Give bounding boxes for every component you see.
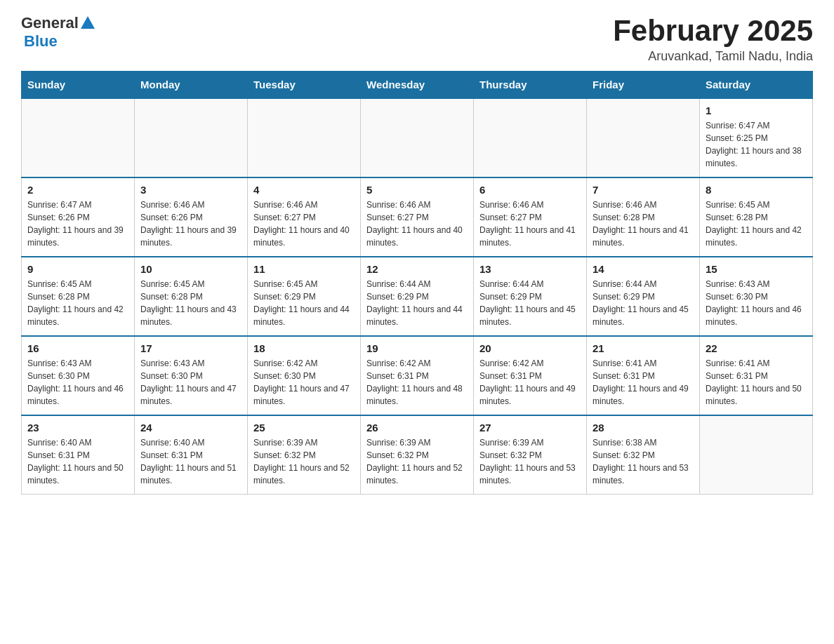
calendar-cell: 23Sunrise: 6:40 AM Sunset: 6:31 PM Dayli… [22, 415, 135, 495]
calendar-cell: 19Sunrise: 6:42 AM Sunset: 6:31 PM Dayli… [361, 336, 474, 415]
day-info: Sunrise: 6:43 AM Sunset: 6:30 PM Dayligh… [140, 357, 241, 408]
day-number: 26 [366, 422, 468, 434]
day-number: 5 [366, 184, 468, 196]
day-number: 7 [593, 184, 694, 196]
calendar-cell: 3Sunrise: 6:46 AM Sunset: 6:26 PM Daylig… [135, 177, 248, 257]
calendar-week-row: 9Sunrise: 6:45 AM Sunset: 6:28 PM Daylig… [22, 257, 813, 336]
day-number: 12 [366, 263, 468, 275]
day-info: Sunrise: 6:44 AM Sunset: 6:29 PM Dayligh… [366, 278, 468, 328]
logo-blue-text: Blue [24, 32, 58, 50]
day-info: Sunrise: 6:44 AM Sunset: 6:29 PM Dayligh… [479, 278, 581, 328]
day-info: Sunrise: 6:39 AM Sunset: 6:32 PM Dayligh… [479, 436, 581, 487]
calendar-cell [135, 98, 248, 177]
calendar-cell: 22Sunrise: 6:41 AM Sunset: 6:31 PM Dayli… [700, 336, 813, 415]
day-number: 13 [479, 263, 581, 275]
day-info: Sunrise: 6:39 AM Sunset: 6:32 PM Dayligh… [366, 436, 468, 487]
calendar-cell: 21Sunrise: 6:41 AM Sunset: 6:31 PM Dayli… [587, 336, 700, 415]
calendar-cell: 4Sunrise: 6:46 AM Sunset: 6:27 PM Daylig… [248, 177, 361, 257]
day-number: 27 [479, 422, 581, 434]
calendar-cell: 24Sunrise: 6:40 AM Sunset: 6:31 PM Dayli… [135, 415, 248, 495]
day-number: 9 [27, 263, 128, 275]
day-info: Sunrise: 6:40 AM Sunset: 6:31 PM Dayligh… [140, 436, 241, 487]
calendar-cell: 17Sunrise: 6:43 AM Sunset: 6:30 PM Dayli… [135, 336, 248, 415]
logo: General Blue [21, 14, 95, 51]
calendar-cell: 20Sunrise: 6:42 AM Sunset: 6:31 PM Dayli… [474, 336, 587, 415]
day-info: Sunrise: 6:45 AM Sunset: 6:28 PM Dayligh… [27, 278, 128, 328]
calendar-cell [700, 415, 813, 495]
day-number: 1 [706, 105, 807, 116]
day-number: 20 [479, 342, 581, 354]
calendar-cell: 7Sunrise: 6:46 AM Sunset: 6:28 PM Daylig… [587, 177, 700, 257]
calendar-cell: 10Sunrise: 6:45 AM Sunset: 6:28 PM Dayli… [135, 257, 248, 336]
day-info: Sunrise: 6:40 AM Sunset: 6:31 PM Dayligh… [27, 436, 128, 487]
day-info: Sunrise: 6:46 AM Sunset: 6:26 PM Dayligh… [140, 199, 241, 249]
calendar-cell [587, 98, 700, 177]
day-number: 19 [366, 342, 468, 354]
calendar-header-row: SundayMondayTuesdayWednesdayThursdayFrid… [22, 72, 813, 99]
calendar-day-header: Tuesday [248, 72, 361, 99]
day-info: Sunrise: 6:41 AM Sunset: 6:31 PM Dayligh… [593, 357, 694, 408]
day-info: Sunrise: 6:43 AM Sunset: 6:30 PM Dayligh… [27, 357, 128, 408]
calendar-week-row: 23Sunrise: 6:40 AM Sunset: 6:31 PM Dayli… [22, 415, 813, 495]
day-number: 8 [706, 184, 807, 196]
day-number: 15 [706, 263, 807, 275]
day-info: Sunrise: 6:39 AM Sunset: 6:32 PM Dayligh… [253, 436, 355, 487]
calendar-cell [361, 98, 474, 177]
day-info: Sunrise: 6:46 AM Sunset: 6:28 PM Dayligh… [593, 199, 694, 249]
day-number: 22 [706, 342, 807, 354]
calendar-week-row: 16Sunrise: 6:43 AM Sunset: 6:30 PM Dayli… [22, 336, 813, 415]
day-number: 25 [253, 422, 355, 434]
day-number: 16 [27, 342, 128, 354]
calendar-cell: 9Sunrise: 6:45 AM Sunset: 6:28 PM Daylig… [22, 257, 135, 336]
calendar-day-header: Saturday [700, 72, 813, 99]
day-info: Sunrise: 6:46 AM Sunset: 6:27 PM Dayligh… [366, 199, 468, 249]
calendar-cell: 6Sunrise: 6:46 AM Sunset: 6:27 PM Daylig… [474, 177, 587, 257]
day-number: 23 [27, 422, 128, 434]
day-number: 6 [479, 184, 581, 196]
calendar-cell: 8Sunrise: 6:45 AM Sunset: 6:28 PM Daylig… [700, 177, 813, 257]
calendar-day-header: Monday [135, 72, 248, 99]
calendar-table: SundayMondayTuesdayWednesdayThursdayFrid… [21, 71, 813, 495]
calendar-cell: 28Sunrise: 6:38 AM Sunset: 6:32 PM Dayli… [587, 415, 700, 495]
calendar-cell: 14Sunrise: 6:44 AM Sunset: 6:29 PM Dayli… [587, 257, 700, 336]
day-info: Sunrise: 6:45 AM Sunset: 6:29 PM Dayligh… [253, 278, 355, 328]
day-info: Sunrise: 6:42 AM Sunset: 6:31 PM Dayligh… [366, 357, 468, 408]
month-title: February 2025 [613, 14, 813, 48]
calendar-day-header: Friday [587, 72, 700, 99]
calendar-day-header: Wednesday [361, 72, 474, 99]
day-number: 3 [140, 184, 241, 196]
day-info: Sunrise: 6:45 AM Sunset: 6:28 PM Dayligh… [706, 199, 807, 249]
calendar-cell: 15Sunrise: 6:43 AM Sunset: 6:30 PM Dayli… [700, 257, 813, 336]
day-info: Sunrise: 6:42 AM Sunset: 6:31 PM Dayligh… [479, 357, 581, 408]
calendar-cell: 26Sunrise: 6:39 AM Sunset: 6:32 PM Dayli… [361, 415, 474, 495]
calendar-cell: 16Sunrise: 6:43 AM Sunset: 6:30 PM Dayli… [22, 336, 135, 415]
calendar-week-row: 2Sunrise: 6:47 AM Sunset: 6:26 PM Daylig… [22, 177, 813, 257]
day-info: Sunrise: 6:43 AM Sunset: 6:30 PM Dayligh… [706, 278, 807, 328]
calendar-cell: 1Sunrise: 6:47 AM Sunset: 6:25 PM Daylig… [700, 98, 813, 177]
day-info: Sunrise: 6:45 AM Sunset: 6:28 PM Dayligh… [140, 278, 241, 328]
day-info: Sunrise: 6:46 AM Sunset: 6:27 PM Dayligh… [479, 199, 581, 249]
calendar-cell [474, 98, 587, 177]
day-number: 17 [140, 342, 241, 354]
day-info: Sunrise: 6:41 AM Sunset: 6:31 PM Dayligh… [706, 357, 807, 408]
day-number: 21 [593, 342, 694, 354]
day-number: 28 [593, 422, 694, 434]
logo-general-text: General [21, 14, 79, 32]
logo-triangle-icon [80, 15, 95, 30]
svg-marker-0 [81, 16, 95, 29]
title-area: February 2025 Aruvankad, Tamil Nadu, Ind… [613, 14, 813, 64]
day-number: 11 [253, 263, 355, 275]
calendar-cell: 5Sunrise: 6:46 AM Sunset: 6:27 PM Daylig… [361, 177, 474, 257]
day-number: 4 [253, 184, 355, 196]
day-info: Sunrise: 6:47 AM Sunset: 6:25 PM Dayligh… [706, 119, 807, 170]
calendar-cell: 12Sunrise: 6:44 AM Sunset: 6:29 PM Dayli… [361, 257, 474, 336]
calendar-cell [22, 98, 135, 177]
calendar-day-header: Thursday [474, 72, 587, 99]
calendar-cell: 11Sunrise: 6:45 AM Sunset: 6:29 PM Dayli… [248, 257, 361, 336]
calendar-day-header: Sunday [22, 72, 135, 99]
calendar-cell: 25Sunrise: 6:39 AM Sunset: 6:32 PM Dayli… [248, 415, 361, 495]
day-number: 10 [140, 263, 241, 275]
day-info: Sunrise: 6:38 AM Sunset: 6:32 PM Dayligh… [593, 436, 694, 487]
page-header: General Blue February 2025 Aruvankad, Ta… [21, 14, 813, 64]
calendar-cell [248, 98, 361, 177]
